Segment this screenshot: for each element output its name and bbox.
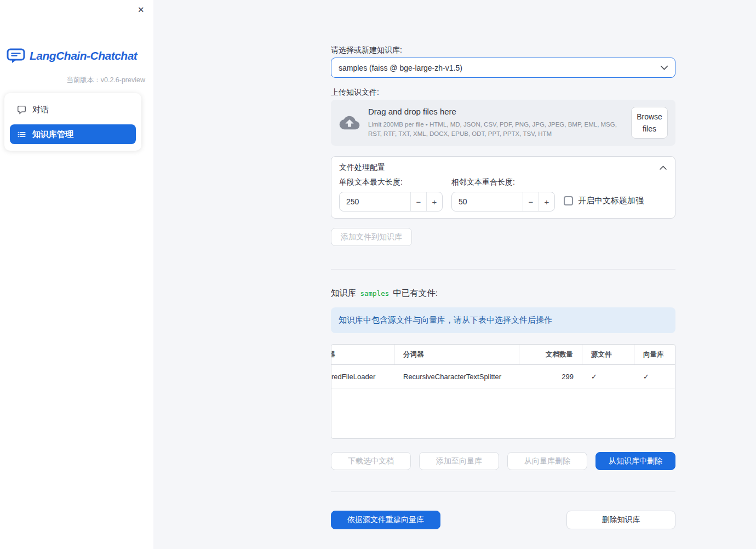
sidebar-close-icon[interactable]: ✕ bbox=[136, 4, 146, 15]
overlap-size-minus-button[interactable]: − bbox=[523, 192, 539, 211]
kb-files-heading: 知识库 samples 中已有文件: bbox=[331, 288, 438, 299]
kb-name-code: samples bbox=[360, 289, 390, 298]
header-cell-vector-store[interactable]: 向量库 bbox=[634, 345, 675, 364]
overlap-size-label: 相邻文本重合长度: bbox=[451, 178, 555, 187]
file-dropzone[interactable]: Drag and drop files here Limit 200MB per… bbox=[331, 100, 675, 146]
delete-from-kb-button[interactable]: 从知识库中删除 bbox=[595, 452, 675, 470]
kb-files-suffix: 中已有文件: bbox=[393, 288, 438, 299]
chunk-size-plus-button[interactable]: + bbox=[426, 192, 442, 211]
divider bbox=[331, 491, 675, 492]
sidebar-item-label: 知识库管理 bbox=[32, 129, 73, 140]
kb-selectbox-value: samples (faiss @ bge-large-zh-v1.5) bbox=[339, 64, 462, 72]
table-action-buttons: 下载选中文档 添加至向量库 从向量库删除 从知识库中删除 bbox=[331, 452, 675, 470]
cell-vector-store-check: ✓ bbox=[634, 365, 675, 388]
cell-source-file-check: ✓ bbox=[582, 365, 634, 388]
logo-chat-bubble-icon bbox=[7, 48, 25, 64]
rebuild-vector-store-button[interactable]: 依据源文件重建向量库 bbox=[331, 511, 440, 529]
list-icon bbox=[17, 130, 26, 139]
chunk-size-value: 250 bbox=[340, 192, 410, 211]
version-text: 当前版本：v0.2.6-preview bbox=[66, 76, 145, 85]
main-content: 请选择或新建知识库: samples (faiss @ bge-large-zh… bbox=[153, 0, 756, 549]
add-files-to-kb-button[interactable]: 添加文件到知识库 bbox=[331, 228, 412, 246]
files-table[interactable]: 器 分词器 文档数量 源文件 向量库 redFileLoader Recursi… bbox=[331, 344, 675, 439]
cloud-upload-icon bbox=[339, 114, 360, 131]
uploader-title: Drag and drop files here bbox=[368, 107, 631, 116]
uploader-limit-text: Limit 200MB per file • HTML, MD, JSON, C… bbox=[368, 120, 631, 139]
delete-from-vector-store-button[interactable]: 从向量库删除 bbox=[507, 452, 587, 470]
zh-title-field: 开启中文标题加强 bbox=[564, 173, 667, 211]
chunk-size-field: 单段文本最大长度: 250 − + bbox=[339, 173, 443, 211]
file-config-expander: 文件处理配置 单段文本最大长度: 250 − + 相邻文本重合长度: 50 − … bbox=[331, 156, 675, 219]
upload-label: 上传知识文件: bbox=[331, 88, 379, 98]
table-row[interactable]: redFileLoader RecursiveCharacterTextSpli… bbox=[331, 365, 675, 388]
sidebar-item-label: 对话 bbox=[32, 105, 49, 115]
header-cell-doc-count[interactable]: 文档数量 bbox=[519, 345, 582, 364]
sidebar-menu: 对话 知识库管理 bbox=[4, 93, 141, 151]
app-title: LangChain-Chatchat bbox=[30, 49, 137, 62]
sidebar: ✕ LangChain-Chatchat 当前版本：v0.2.6-preview… bbox=[0, 0, 153, 549]
zh-title-checkbox-row: 开启中文标题加强 bbox=[564, 196, 684, 206]
header-cell-loader[interactable]: 器 bbox=[331, 345, 394, 364]
kb-files-prefix: 知识库 bbox=[331, 288, 357, 299]
chunk-size-minus-button[interactable]: − bbox=[410, 192, 426, 211]
expander-header[interactable]: 文件处理配置 bbox=[331, 157, 675, 173]
delete-kb-button[interactable]: 删除知识库 bbox=[566, 511, 675, 529]
info-banner: 知识库中包含源文件与向量库，请从下表中选择文件后操作 bbox=[331, 307, 675, 333]
sidebar-item-kb-management[interactable]: 知识库管理 bbox=[10, 124, 136, 144]
info-banner-text: 知识库中包含源文件与向量库，请从下表中选择文件后操作 bbox=[339, 315, 552, 325]
cell-loader: redFileLoader bbox=[331, 365, 394, 388]
chevron-up-icon bbox=[660, 165, 667, 170]
overlap-size-plus-button[interactable]: + bbox=[539, 192, 554, 211]
header-cell-source-file[interactable]: 源文件 bbox=[582, 345, 634, 364]
chat-bubble-icon bbox=[17, 105, 26, 115]
overlap-size-value: 50 bbox=[452, 192, 523, 211]
zh-title-checkbox[interactable] bbox=[564, 196, 573, 205]
divider bbox=[331, 269, 675, 270]
app-logo: LangChain-Chatchat bbox=[7, 48, 137, 64]
overlap-size-input[interactable]: 50 − + bbox=[451, 192, 555, 211]
sidebar-item-chat[interactable]: 对话 bbox=[10, 100, 136, 119]
chunk-size-input[interactable]: 250 − + bbox=[339, 192, 443, 211]
download-selected-docs-button[interactable]: 下载选中文档 bbox=[331, 452, 411, 470]
browse-files-button[interactable]: Browse files bbox=[631, 107, 668, 139]
expander-title: 文件处理配置 bbox=[339, 163, 385, 173]
table-header: 器 分词器 文档数量 源文件 向量库 bbox=[331, 345, 675, 365]
overlap-size-field: 相邻文本重合长度: 50 − + bbox=[451, 173, 555, 211]
header-cell-splitter[interactable]: 分词器 bbox=[394, 345, 519, 364]
zh-title-checkbox-label: 开启中文标题加强 bbox=[578, 196, 644, 206]
kb-selectbox[interactable]: samples (faiss @ bge-large-zh-v1.5) bbox=[331, 58, 675, 78]
add-to-vector-store-button[interactable]: 添加至向量库 bbox=[419, 452, 499, 470]
uploader-text-block: Drag and drop files here Limit 200MB per… bbox=[368, 107, 631, 139]
chevron-down-icon bbox=[660, 65, 668, 70]
expander-body: 单段文本最大长度: 250 − + 相邻文本重合长度: 50 − + 开启中 bbox=[331, 173, 675, 211]
kb-select-label: 请选择或新建知识库: bbox=[331, 45, 402, 55]
chunk-size-label: 单段文本最大长度: bbox=[339, 178, 443, 187]
cell-splitter: RecursiveCharacterTextSplitter bbox=[394, 365, 519, 388]
cell-doc-count: 299 bbox=[519, 365, 582, 388]
